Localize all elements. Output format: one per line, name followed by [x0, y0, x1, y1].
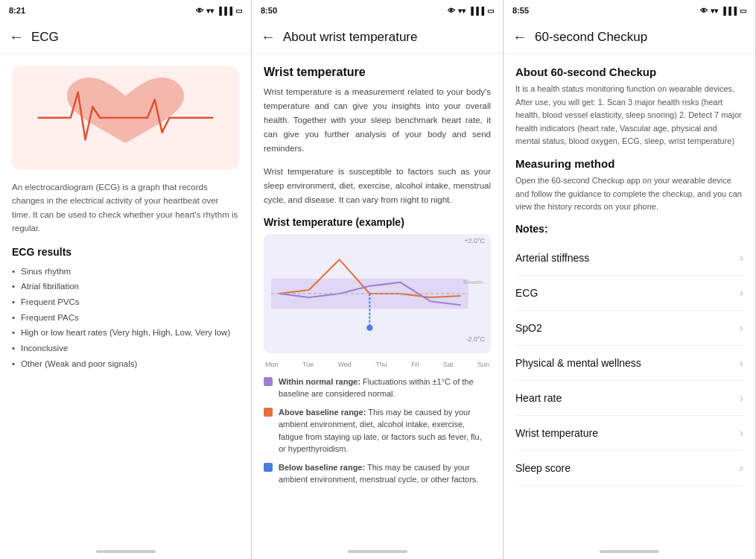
chevron-icon-0: › — [740, 251, 743, 265]
ecg-result-item: Inconclusive — [12, 341, 239, 356]
chevron-icon-6: › — [740, 461, 743, 475]
wifi-icon: ▾▾ — [206, 7, 214, 15]
home-indicator-1 — [96, 550, 156, 553]
signal-icon-3: ▐▐▐ — [721, 7, 737, 15]
status-icons-2: 👁 ▾▾ ▐▐▐ ▭ — [448, 7, 494, 15]
chevron-icon-2: › — [740, 321, 743, 335]
list-row-4[interactable]: Heart rate› — [515, 381, 743, 416]
status-bar-3: 8:55 👁 ▾▾ ▐▐▐ ▭ — [504, 0, 755, 21]
nav-title-2: About wrist temperature — [283, 30, 417, 45]
legend-item-2: Below baseline range: This may be caused… — [264, 461, 491, 486]
time-2: 8:50 — [261, 6, 277, 15]
ecg-result-item: Other (Weak and poor signals) — [12, 356, 239, 372]
ecg-content: An electrocardiogram (ECG) is a graph th… — [0, 54, 251, 544]
time-3: 8:55 — [512, 6, 529, 15]
ecg-result-item: High or low heart rates (Very high, High… — [12, 325, 239, 341]
nav-title-1: ECG — [31, 30, 59, 45]
legend-text-0: Within normal range: Fluctuations within… — [279, 376, 491, 400]
legend-container: Within normal range: Fluctuations within… — [264, 376, 491, 486]
home-indicator-2 — [348, 550, 407, 553]
chevron-icon-5: › — [740, 426, 743, 440]
list-row-3[interactable]: Physical & mental wellness› — [515, 346, 743, 381]
ecg-heart-svg — [24, 78, 227, 158]
measuring-title: Measuring method — [515, 157, 743, 170]
signal-icon: ▐▐▐ — [217, 7, 232, 15]
back-button-1[interactable]: ← — [9, 28, 24, 45]
nav-title-3: 60-second Checkup — [535, 30, 647, 45]
legend-item-1: Above baseline range: This may be caused… — [264, 406, 491, 455]
ecg-result-item: Frequent PVCs — [12, 294, 239, 310]
list-row-5[interactable]: Wrist temperature› — [515, 416, 743, 451]
list-row-label-3: Physical & mental wellness — [515, 357, 641, 369]
about-checkup-text: It is a health status monitoring functio… — [515, 83, 743, 148]
list-row-label-0: Arterial stiffness — [515, 252, 589, 264]
ecg-description: An electrocardiogram (ECG) is a graph th… — [12, 180, 239, 236]
wifi-icon-3: ▾▾ — [711, 7, 718, 15]
chevron-icon-4: › — [740, 391, 743, 405]
list-row-2[interactable]: SpO2› — [515, 311, 743, 346]
chart-svg — [271, 241, 483, 346]
measuring-text: Open the 60-second Checkup app on your w… — [515, 174, 743, 214]
ecg-illustration — [12, 66, 239, 170]
ecg-results-title: ECG results — [12, 246, 239, 258]
signal-icon-2: ▐▐▐ — [468, 7, 484, 15]
about-checkup-title: About 60-second Checkup — [515, 66, 743, 78]
bottom-bar-3 — [504, 544, 755, 559]
home-indicator-3 — [600, 550, 659, 553]
status-bar-2: 8:50 👁 ▾▾ ▐▐▐ ▭ — [252, 0, 503, 21]
wrist-temp-chart: +2.0°C -2.0°C Baselin... — [264, 234, 491, 353]
battery-icon-2: ▭ — [487, 7, 494, 15]
list-row-0[interactable]: Arterial stiffness› — [515, 241, 743, 276]
list-row-6[interactable]: Sleep score› — [515, 451, 743, 486]
eye-icon: 👁 — [196, 7, 203, 15]
chart-baseline-label: Baselin... — [463, 279, 488, 285]
chevron-icon-1: › — [740, 286, 743, 300]
wrist-text-2: Wrist temperature is susceptible to fact… — [264, 165, 491, 207]
chart-title: Wrist temperature (example) — [264, 216, 491, 228]
wrist-temp-content: Wrist temperature Wrist temperature is a… — [252, 54, 503, 544]
nav-bar-2: ← About wrist temperature — [252, 21, 503, 54]
checkup-content: About 60-second Checkup It is a health s… — [504, 54, 755, 544]
checkup-list: Arterial stiffness›ECG›SpO2›Physical & m… — [515, 241, 743, 486]
legend-color-2 — [264, 463, 273, 472]
legend-color-1 — [264, 408, 273, 417]
panel-checkup: 8:55 👁 ▾▾ ▐▐▐ ▭ ← 60-second Checkup Abou… — [504, 0, 756, 559]
ecg-result-item: Sinus rhythm — [12, 264, 239, 280]
wifi-icon-2: ▾▾ — [458, 7, 466, 15]
ecg-result-item: Frequent PACs — [12, 310, 239, 326]
list-row-label-2: SpO2 — [515, 322, 542, 334]
list-row-1[interactable]: ECG› — [515, 276, 743, 311]
panel-wrist-temp: 8:50 👁 ▾▾ ▐▐▐ ▭ ← About wrist temperatur… — [252, 0, 504, 559]
nav-bar-3: ← 60-second Checkup — [504, 21, 755, 54]
bottom-bar-2 — [252, 544, 503, 559]
battery-icon: ▭ — [235, 7, 242, 15]
time-1: 8:21 — [9, 6, 25, 15]
notes-label: Notes: — [515, 223, 743, 235]
status-bar-1: 8:21 👁 ▾▾ ▐▐▐ ▭ — [0, 0, 251, 21]
back-button-3[interactable]: ← — [512, 28, 527, 45]
eye-icon-2: 👁 — [448, 7, 455, 15]
ecg-results-list: Sinus rhythmAtrial fibrillationFrequent … — [12, 264, 239, 372]
chevron-icon-3: › — [740, 356, 743, 370]
list-row-label-1: ECG — [515, 287, 538, 299]
ecg-result-item: Atrial fibrillation — [12, 279, 239, 294]
chart-x-labels: MonTueWedThuFriSatSun — [264, 361, 491, 368]
list-row-label-4: Heart rate — [515, 392, 562, 404]
bottom-bar-1 — [0, 544, 251, 559]
wrist-text-1: Wrist temperature is a measurement relat… — [264, 85, 491, 156]
list-row-label-5: Wrist temperature — [515, 427, 598, 439]
legend-item-0: Within normal range: Fluctuations within… — [264, 376, 491, 400]
legend-color-0 — [264, 377, 273, 386]
wrist-section-title: Wrist temperature — [264, 66, 491, 79]
status-icons-1: 👁 ▾▾ ▐▐▐ ▭ — [196, 7, 242, 15]
nav-bar-1: ← ECG — [0, 21, 251, 54]
eye-icon-3: 👁 — [700, 7, 708, 15]
list-row-label-6: Sleep score — [515, 462, 571, 474]
status-icons-3: 👁 ▾▾ ▐▐▐ ▭ — [700, 7, 746, 15]
chart-top-label: +2.0°C — [464, 237, 485, 244]
battery-icon-3: ▭ — [740, 7, 746, 15]
back-button-2[interactable]: ← — [261, 28, 276, 45]
panel-ecg: 8:21 👁 ▾▾ ▐▐▐ ▭ ← ECG An electrocardiogr… — [0, 0, 252, 559]
chart-bottom-label: -2.0°C — [466, 335, 485, 343]
legend-text-1: Above baseline range: This may be caused… — [279, 406, 491, 455]
